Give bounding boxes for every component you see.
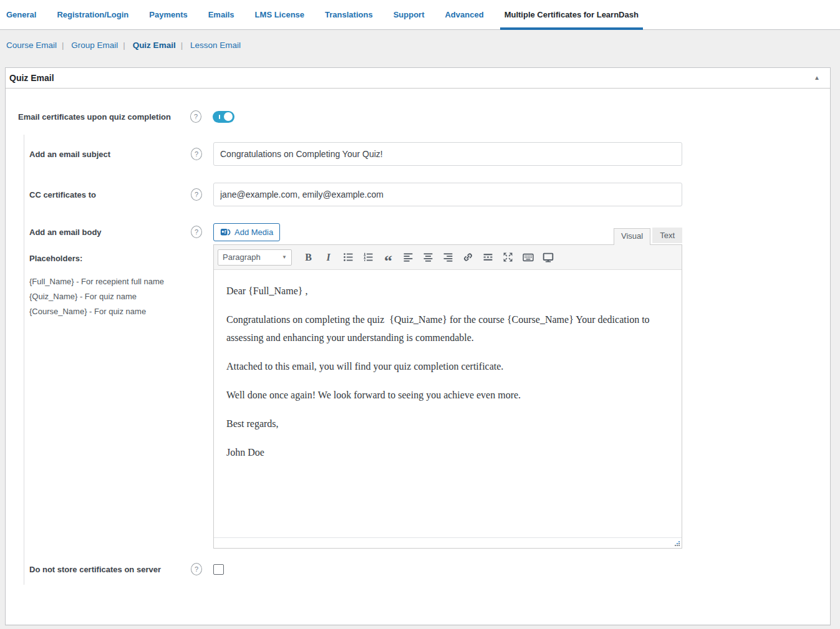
collapse-panel-button[interactable]: ▲ xyxy=(810,74,824,82)
paragraph-format-select[interactable]: Paragraph ▼ xyxy=(218,249,292,266)
settings-tabbar: General Registration/Login Payments Emai… xyxy=(0,0,840,30)
settings-tab[interactable]: Translations xyxy=(325,0,373,29)
blockquote-icon: “ xyxy=(384,251,392,264)
text-tab[interactable]: Text xyxy=(652,228,682,243)
resize-handle-icon[interactable] xyxy=(673,540,680,547)
subnav-link[interactable]: Quiz Email xyxy=(133,41,188,50)
italic-button[interactable]: I xyxy=(319,249,337,266)
align-right-icon xyxy=(443,252,453,262)
nested-settings: Add an email subject ? CC certificates t… xyxy=(24,135,818,585)
numbered-list-button[interactable] xyxy=(359,249,377,266)
align-center-button[interactable] xyxy=(419,249,437,266)
cc-row: CC certificates to ? xyxy=(29,183,818,206)
settings-tab-label: General xyxy=(6,10,36,19)
align-right-button[interactable] xyxy=(439,249,457,266)
placeholder-item: {Quiz_Name} - For quiz name xyxy=(29,289,191,304)
add-media-label: Add Media xyxy=(234,228,273,237)
panel-title: Quiz Email xyxy=(9,73,54,83)
placeholder-item: {Full_Name} - For recepient full name xyxy=(29,274,191,289)
add-media-button[interactable]: Add Media xyxy=(213,223,280,241)
settings-page: General Registration/Login Payments Emai… xyxy=(0,0,840,629)
settings-tab[interactable]: Advanced xyxy=(445,0,483,29)
settings-tab[interactable]: Multiple Certificates for LearnDash xyxy=(504,0,639,29)
collapse-icon: ▲ xyxy=(814,74,820,81)
editor-paragraph: Congratulations on completing the quiz {… xyxy=(226,310,669,347)
editor-content[interactable]: Dear {Full_Name} ,Congratulations on com… xyxy=(214,270,682,537)
settings-tab-label: Advanced xyxy=(445,10,483,19)
subject-row: Add an email subject ? xyxy=(29,142,818,166)
settings-tab-label: Payments xyxy=(149,10,187,19)
settings-tab[interactable]: Emails xyxy=(208,0,234,29)
store-certificates-row: Do not store certificates on server ? xyxy=(29,563,818,575)
subnav-link[interactable]: Lesson Email xyxy=(190,41,241,50)
subnav-link[interactable]: Course Email xyxy=(6,41,69,50)
cc-certificates-input[interactable] xyxy=(213,183,682,206)
placeholders-list: {Full_Name} - For recepient full name{Qu… xyxy=(29,274,191,319)
bulleted-list-button[interactable] xyxy=(339,249,357,266)
subnav-link-label: Lesson Email xyxy=(190,41,241,50)
bulleted-list-icon xyxy=(343,252,354,262)
align-center-icon xyxy=(423,252,433,262)
link-button[interactable] xyxy=(459,249,477,266)
link-icon xyxy=(463,252,473,262)
settings-tab[interactable]: Support xyxy=(393,0,425,29)
settings-tab[interactable]: Payments xyxy=(149,0,187,29)
email-certificates-toggle[interactable] xyxy=(213,111,234,123)
editor-paragraph: Dear {Full_Name} , xyxy=(226,282,669,300)
settings-tab-label: Translations xyxy=(325,10,373,19)
panel-header: Quiz Email ▲ xyxy=(6,68,830,89)
visual-tab[interactable]: Visual xyxy=(614,228,650,245)
help-icon[interactable]: ? xyxy=(191,226,202,238)
wp-editor: Add Media Visual Text Paragraph xyxy=(213,223,682,549)
chevron-down-icon: ▼ xyxy=(282,254,287,260)
read-more-button[interactable] xyxy=(479,249,497,266)
settings-tab-label: Emails xyxy=(208,10,234,19)
panel-body: Email certificates upon quiz completion … xyxy=(6,89,830,625)
align-left-icon xyxy=(403,252,413,262)
italic-icon: I xyxy=(326,252,330,263)
settings-tab[interactable]: General xyxy=(6,0,36,29)
settings-tab-label: LMS License xyxy=(255,10,304,19)
help-icon[interactable]: ? xyxy=(191,148,202,160)
bold-button[interactable]: B xyxy=(299,249,317,266)
help-icon[interactable]: ? xyxy=(190,110,201,123)
settings-tab-label: Support xyxy=(393,10,425,19)
settings-tab[interactable]: Registration/Login xyxy=(57,0,128,29)
settings-tab-label: Multiple Certificates for LearnDash xyxy=(504,10,639,19)
settings-tab-label: Registration/Login xyxy=(57,10,128,19)
fullscreen-button[interactable] xyxy=(499,249,517,266)
format-select-value: Paragraph xyxy=(223,252,261,262)
monitor-icon xyxy=(543,252,554,263)
email-toggle-row: Email certificates upon quiz completion … xyxy=(18,110,818,123)
editor-paragraph: Well done once again! We look forward to… xyxy=(226,386,669,404)
keyboard-shortcuts-button[interactable] xyxy=(519,249,537,266)
email-subject-input[interactable] xyxy=(213,142,682,166)
help-icon[interactable]: ? xyxy=(191,188,202,201)
fullscreen-icon xyxy=(503,252,513,262)
subnav-link-label: Quiz Email xyxy=(133,41,176,50)
editor-toolbar: Paragraph ▼ B I xyxy=(214,245,682,270)
help-icon[interactable]: ? xyxy=(191,563,202,575)
email-body-label: Add an email body xyxy=(29,227,191,238)
media-icon xyxy=(220,227,231,238)
editor-statusbar xyxy=(214,537,682,548)
cc-label: CC certificates to xyxy=(29,190,191,200)
settings-tab[interactable]: LMS License xyxy=(255,0,304,29)
store-certificates-checkbox[interactable] xyxy=(213,564,224,575)
editor-paragraph: Attached to this email, you will find yo… xyxy=(226,357,669,375)
email-type-subnav: Course Email Group Email Quiz Email Less… xyxy=(0,30,840,59)
placeholders-heading: Placeholders: xyxy=(29,253,191,264)
placeholder-item: {Course_Name} - For quiz name xyxy=(29,304,191,319)
align-left-button[interactable] xyxy=(399,249,417,266)
bold-icon: B xyxy=(305,252,312,263)
editor-paragraph: John Doe xyxy=(226,443,669,461)
blockquote-button[interactable]: “ xyxy=(379,249,397,266)
email-body-row: Add an email body Placeholders: {Full_Na… xyxy=(29,223,818,549)
editor-paragraph: Best regards, xyxy=(226,415,669,433)
distraction-free-button[interactable] xyxy=(539,249,557,266)
subnav-link[interactable]: Group Email xyxy=(71,41,130,50)
subnav-link-label: Course Email xyxy=(6,41,57,50)
numbered-list-icon xyxy=(363,252,374,262)
email-toggle-label: Email certificates upon quiz completion xyxy=(18,112,190,122)
read-more-icon xyxy=(483,252,493,262)
